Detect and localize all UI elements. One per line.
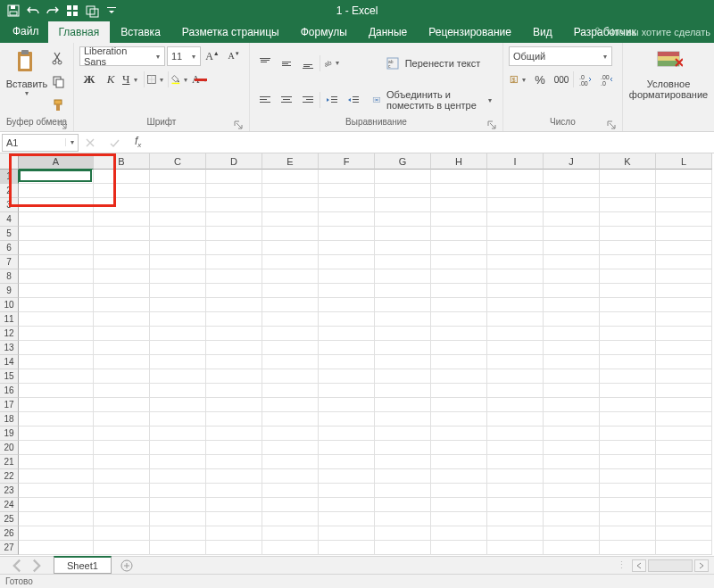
cell[interactable]	[544, 384, 600, 398]
number-dialog-launcher[interactable]	[606, 120, 617, 130]
cell[interactable]	[206, 241, 262, 255]
cell[interactable]	[206, 227, 262, 241]
cell[interactable]	[656, 355, 712, 369]
increase-indent-button[interactable]	[344, 90, 363, 110]
cell[interactable]	[544, 541, 600, 555]
cell[interactable]	[94, 412, 150, 427]
row-header[interactable]: 17	[0, 398, 19, 412]
column-header[interactable]: D	[206, 153, 262, 170]
cell[interactable]	[544, 198, 600, 212]
cell[interactable]	[319, 412, 375, 427]
cell[interactable]	[19, 269, 94, 284]
cell[interactable]	[206, 355, 262, 369]
cell[interactable]	[150, 484, 206, 498]
cell[interactable]	[94, 369, 150, 384]
cell[interactable]	[206, 269, 262, 284]
align-center-button[interactable]	[277, 90, 296, 110]
cell[interactable]	[544, 298, 600, 312]
cell[interactable]	[487, 541, 544, 555]
cell[interactable]	[150, 312, 206, 327]
cell[interactable]	[262, 384, 319, 398]
cell[interactable]	[487, 341, 544, 355]
cell[interactable]	[431, 398, 487, 412]
row-header[interactable]: 20	[0, 441, 19, 455]
cell[interactable]	[19, 327, 94, 341]
cell[interactable]	[600, 255, 656, 269]
cell[interactable]	[206, 184, 262, 198]
cell[interactable]	[656, 412, 712, 427]
cell[interactable]	[656, 312, 712, 327]
cell[interactable]	[206, 441, 262, 455]
row-header[interactable]: 22	[0, 469, 19, 484]
cell[interactable]	[656, 255, 712, 269]
cell[interactable]	[262, 341, 319, 355]
cell[interactable]	[375, 541, 431, 555]
cell[interactable]	[319, 526, 375, 541]
cell[interactable]	[600, 455, 656, 469]
cell[interactable]	[544, 369, 600, 384]
cell[interactable]	[600, 198, 656, 212]
cell[interactable]	[94, 255, 150, 269]
cell[interactable]	[600, 284, 656, 298]
cell[interactable]	[206, 255, 262, 269]
tab-формулы[interactable]: Формулы	[290, 21, 358, 43]
cell[interactable]	[150, 327, 206, 341]
tab-данные[interactable]: Данные	[358, 21, 418, 43]
cell[interactable]	[656, 198, 712, 212]
cell[interactable]	[206, 526, 262, 541]
cell[interactable]	[94, 298, 150, 312]
italic-button[interactable]: К	[101, 70, 120, 89]
cell[interactable]	[319, 269, 375, 284]
cell[interactable]	[19, 198, 94, 212]
row-header[interactable]: 8	[0, 269, 19, 284]
cell[interactable]	[150, 355, 206, 369]
cell[interactable]	[600, 298, 656, 312]
tab-вид[interactable]: Вид	[522, 21, 563, 43]
cell[interactable]	[150, 526, 206, 541]
add-sheet-button[interactable]	[117, 556, 137, 576]
cell[interactable]	[19, 541, 94, 555]
cell[interactable]	[600, 312, 656, 327]
cell[interactable]	[206, 498, 262, 512]
row-header[interactable]: 25	[0, 512, 19, 526]
cell[interactable]	[375, 227, 431, 241]
cell[interactable]	[656, 269, 712, 284]
cell[interactable]	[600, 355, 656, 369]
cell[interactable]	[150, 341, 206, 355]
cell[interactable]	[319, 170, 375, 184]
cell[interactable]	[375, 269, 431, 284]
cut-button[interactable]	[48, 48, 68, 68]
cell[interactable]	[150, 369, 206, 384]
cell[interactable]	[319, 455, 375, 469]
cell[interactable]	[94, 327, 150, 341]
align-bottom-button[interactable]	[298, 54, 318, 73]
cell[interactable]	[375, 255, 431, 269]
cell[interactable]	[656, 384, 712, 398]
tab-главная[interactable]: Главная	[48, 21, 111, 43]
cell[interactable]	[262, 455, 319, 469]
cell[interactable]	[431, 384, 487, 398]
hscroll-right[interactable]	[694, 559, 709, 572]
cell[interactable]	[19, 498, 94, 512]
qat-redo[interactable]	[43, 1, 62, 21]
cell[interactable]	[319, 469, 375, 484]
cell[interactable]	[544, 526, 600, 541]
cell[interactable]	[656, 512, 712, 526]
column-header[interactable]: K	[600, 153, 656, 170]
cell[interactable]	[544, 184, 600, 198]
cell[interactable]	[656, 541, 712, 555]
cell[interactable]	[600, 469, 656, 484]
cell[interactable]	[150, 269, 206, 284]
cell[interactable]	[656, 341, 712, 355]
cell[interactable]	[375, 170, 431, 184]
borders-button[interactable]: ▾	[146, 70, 166, 89]
cell[interactable]	[375, 384, 431, 398]
cell[interactable]	[206, 412, 262, 427]
cell[interactable]	[94, 212, 150, 227]
cell[interactable]	[262, 255, 319, 269]
cell[interactable]	[487, 398, 544, 412]
cell[interactable]	[487, 298, 544, 312]
cell[interactable]	[600, 541, 656, 555]
cell[interactable]	[544, 341, 600, 355]
font-name-combo[interactable]: Liberation Sans▾	[79, 46, 165, 66]
